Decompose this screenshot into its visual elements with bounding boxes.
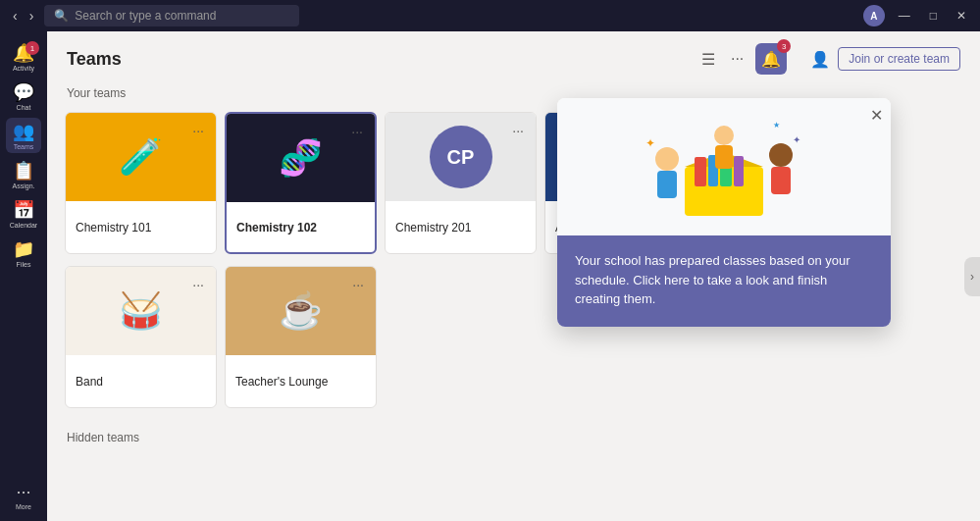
notifications-button[interactable]: 🔔 3 <box>755 43 787 75</box>
team-card-chem101[interactable]: ··· 🧪 Chemistry 101 <box>65 112 217 254</box>
join-create-button[interactable]: Join or create team <box>838 47 960 71</box>
sidebar-item-activity[interactable]: 🔔 1 Activity <box>6 39 41 75</box>
nav-back-button[interactable]: ‹ <box>8 6 23 26</box>
svg-text:✦: ✦ <box>645 136 655 150</box>
assignments-icon: 📋 <box>13 160 34 182</box>
teams-icon: 👥 <box>13 121 34 142</box>
sidebar-label-teams: Teams <box>14 143 34 150</box>
team-card-band[interactable]: ··· 🥁 Band <box>65 266 217 408</box>
popup-image-area: ✕ <box>557 98 891 235</box>
sidebar-item-chat[interactable]: 💬 Chat <box>6 78 41 114</box>
band-footer: Band <box>66 355 216 407</box>
svg-point-6 <box>655 147 679 171</box>
nav-forward-button[interactable]: › <box>25 6 39 26</box>
chem102-icon: 🧬 <box>279 137 323 179</box>
filter-icon: ☰ <box>701 50 715 69</box>
scroll-indicator[interactable]: › <box>964 257 980 296</box>
svg-text:★: ★ <box>773 121 780 130</box>
chem201-initials: CP <box>430 126 492 188</box>
header-actions: ☰ ··· 🔔 3 👤 Join or create team <box>697 43 960 75</box>
popup-body: Your school has prepared classes based o… <box>557 235 891 327</box>
chem101-more-button[interactable]: ··· <box>188 121 208 140</box>
more-icon: ··· <box>16 482 30 502</box>
team-add-icon: 👤 <box>810 50 830 69</box>
svg-rect-11 <box>715 145 733 169</box>
svg-rect-9 <box>771 167 791 194</box>
page-title: Teams <box>67 49 122 70</box>
ellipsis-icon: ··· <box>731 50 744 68</box>
band-name: Band <box>76 375 206 389</box>
chem201-more-button[interactable]: ··· <box>508 121 528 140</box>
search-input[interactable] <box>75 9 289 23</box>
search-bar: 🔍 <box>44 5 299 26</box>
popup-close-button[interactable]: ✕ <box>870 106 883 125</box>
filter-button[interactable]: ☰ <box>697 46 719 73</box>
chem102-more-button[interactable]: ··· <box>347 122 367 141</box>
svg-text:✦: ✦ <box>793 134 800 145</box>
sidebar-item-teams[interactable]: 👥 Teams <box>6 118 41 153</box>
calendar-icon: 📅 <box>13 199 34 221</box>
lounge-more-button[interactable]: ··· <box>348 275 368 294</box>
teams-header: Teams ☰ ··· 🔔 3 👤 Join or create team <box>47 31 980 82</box>
band-icon: 🥁 <box>119 290 163 332</box>
sidebar: 🔔 1 Activity 💬 Chat 👥 Teams 📋 Assign. 📅 … <box>0 31 47 521</box>
sidebar-label-activity: Activity <box>13 65 34 72</box>
hidden-teams-label[interactable]: Hidden teams <box>67 431 139 444</box>
sidebar-label-files: Files <box>17 261 31 268</box>
content-area: Teams ☰ ··· 🔔 3 👤 Join or create team Yo… <box>47 31 980 521</box>
chat-icon: 💬 <box>13 81 34 103</box>
lounge-name: Teacher's Lounge <box>235 375 366 389</box>
activity-badge: 1 <box>26 41 39 55</box>
sidebar-item-more[interactable]: ··· More <box>6 478 41 513</box>
notif-count-badge: 3 <box>777 39 791 53</box>
team-card-lounge[interactable]: ··· ☕ Teacher's Lounge <box>225 266 377 408</box>
topbar-left: ‹ › 🔍 <box>8 5 299 26</box>
svg-point-10 <box>714 126 734 145</box>
sidebar-item-assignments[interactable]: 📋 Assign. <box>6 157 41 192</box>
team-card-chem102[interactable]: ··· 🧬 Chemistry 102 <box>225 112 377 254</box>
search-icon: 🔍 <box>54 9 69 23</box>
sidebar-item-calendar[interactable]: 📅 Calendar <box>6 196 41 232</box>
maximize-button[interactable]: □ <box>924 7 943 25</box>
topbar: ‹ › 🔍 A — □ ✕ <box>0 0 980 31</box>
popup-message: Your school has prepared classes based o… <box>575 251 873 309</box>
chem102-footer: Chemistry 102 <box>227 202 375 252</box>
bell-icon: 🔔 <box>761 50 781 69</box>
band-more-button[interactable]: ··· <box>188 275 208 294</box>
hidden-teams-section: Hidden teams <box>47 420 980 453</box>
chem201-footer: Chemistry 201 <box>386 201 536 253</box>
files-icon: 📁 <box>13 238 34 260</box>
avatar[interactable]: A <box>863 5 885 26</box>
chem101-footer: Chemistry 101 <box>66 201 216 253</box>
sidebar-label-more: More <box>16 503 31 510</box>
chem102-name: Chemistry 102 <box>236 221 365 234</box>
popup-illustration: ✦ ✦ ★ <box>626 108 822 226</box>
svg-rect-7 <box>657 171 677 198</box>
schedule-popup[interactable]: ✕ <box>557 98 891 327</box>
svg-rect-2 <box>695 157 706 186</box>
svg-point-8 <box>769 143 793 167</box>
sidebar-label-assignments: Assign. <box>13 182 35 189</box>
lounge-icon: ☕ <box>279 290 323 332</box>
main-layout: 🔔 1 Activity 💬 Chat 👥 Teams 📋 Assign. 📅 … <box>0 31 980 521</box>
chem101-name: Chemistry 101 <box>76 221 206 234</box>
svg-rect-5 <box>734 156 744 186</box>
sidebar-label-calendar: Calendar <box>10 222 37 229</box>
more-options-button[interactable]: ··· <box>727 46 748 72</box>
topbar-right: A — □ ✕ <box>863 5 972 26</box>
minimize-button[interactable]: — <box>893 7 916 25</box>
sidebar-item-files[interactable]: 📁 Files <box>6 235 41 271</box>
team-card-chem201[interactable]: ··· CP Chemistry 201 <box>385 112 537 254</box>
chem101-icon: 🧪 <box>119 136 163 178</box>
topbar-nav: ‹ › <box>8 6 38 26</box>
sidebar-label-chat: Chat <box>17 104 31 111</box>
close-button[interactable]: ✕ <box>951 7 972 25</box>
lounge-footer: Teacher's Lounge <box>226 355 376 407</box>
chem201-name: Chemistry 201 <box>395 221 526 234</box>
